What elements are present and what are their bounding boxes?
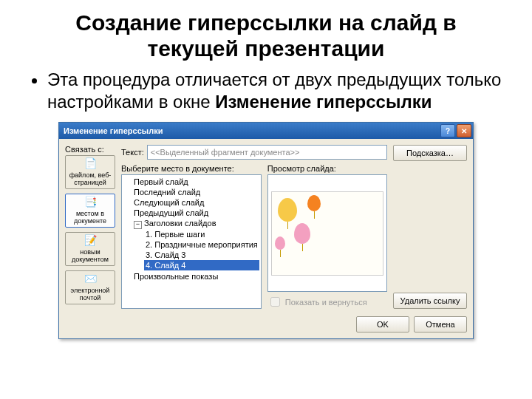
- text-field-label: Текст:: [121, 148, 144, 157]
- display-text-input[interactable]: [147, 145, 387, 160]
- tree-slide-1[interactable]: 1. Первые шаги: [144, 229, 259, 239]
- new-document-icon: 📝: [83, 234, 98, 248]
- link-to-place-label: местом в документе: [66, 211, 115, 225]
- link-to-label: Связать с:: [65, 145, 115, 154]
- close-button[interactable]: ✕: [457, 124, 471, 137]
- show-and-return-label: Показать и вернуться: [285, 298, 367, 307]
- preview-label: Просмотр слайда:: [267, 164, 387, 173]
- link-to-email[interactable]: ✉️ электронной почтой: [65, 270, 115, 304]
- link-to-file-web-label: файлом, веб-страницей: [66, 172, 115, 187]
- globe-file-icon: 📄: [83, 157, 98, 171]
- place-tree[interactable]: Первый слайд Последний слайд Следующий с…: [121, 174, 262, 309]
- tree-headers-node[interactable]: −Заголовки слайдов 1. Первые шаги 2. Пра…: [132, 218, 261, 271]
- tree-slide-2[interactable]: 2. Праздничные мероприятия: [144, 239, 259, 250]
- email-icon: ✉️: [83, 273, 98, 286]
- screentip-button[interactable]: Подсказка…: [393, 145, 467, 161]
- slide-thumbnail: [271, 191, 383, 276]
- show-and-return-option: Показать и вернуться: [267, 295, 387, 309]
- tree-prev-slide[interactable]: Предыдущий слайд: [132, 208, 261, 218]
- cancel-button[interactable]: Отмена: [414, 316, 467, 332]
- balloon-icon: [275, 236, 285, 250]
- link-to-email-label: электронной почтой: [66, 287, 115, 302]
- link-to-new-doc[interactable]: 📝 новым документом: [65, 232, 115, 266]
- slide-preview: [267, 174, 387, 292]
- collapse-icon[interactable]: −: [134, 221, 142, 229]
- document-bookmark-icon: 📑: [83, 196, 98, 209]
- tree-slide-3[interactable]: 3. Слайд 3: [144, 250, 259, 260]
- balloon-icon: [307, 195, 321, 211]
- balloon-icon: [278, 198, 297, 222]
- show-and-return-checkbox: [270, 297, 280, 307]
- tree-slide-4[interactable]: 4. Слайд 4: [144, 260, 259, 270]
- dialog-titlebar[interactable]: Изменение гиперссылки ? ✕: [59, 123, 473, 139]
- tree-next-slide[interactable]: Следующий слайд: [132, 197, 261, 208]
- tree-last-slide[interactable]: Последний слайд: [132, 187, 261, 197]
- link-to-panel: 📄 файлом, веб-страницей 📑 местом в докум…: [65, 155, 115, 304]
- tree-headers-label: Заголовки слайдов: [144, 219, 216, 228]
- hyperlink-dialog: Изменение гиперссылки ? ✕ Связать с: 📄 ф…: [58, 122, 474, 339]
- balloon-icon: [294, 223, 310, 244]
- remove-link-button[interactable]: Удалить ссылку: [393, 293, 467, 309]
- help-button[interactable]: ?: [440, 124, 455, 137]
- link-to-file-web[interactable]: 📄 файлом, веб-страницей: [65, 155, 115, 189]
- tree-custom-shows[interactable]: Произвольные показы: [132, 271, 261, 282]
- slide-title: Создание гиперссылки на слайд в текущей …: [30, 10, 502, 61]
- tree-first-slide[interactable]: Первый слайд: [132, 177, 261, 187]
- select-place-label: Выберите место в документе:: [121, 164, 262, 173]
- link-to-place-in-doc[interactable]: 📑 местом в документе: [65, 194, 115, 228]
- dialog-title: Изменение гиперссылки: [64, 126, 439, 135]
- ok-button[interactable]: OK: [356, 316, 409, 332]
- link-to-new-doc-label: новым документом: [66, 249, 115, 264]
- slide-bullet: Эта процедура отличается от двух предыду…: [47, 69, 502, 113]
- bullet-text-bold: Изменение гиперссылки: [215, 92, 432, 112]
